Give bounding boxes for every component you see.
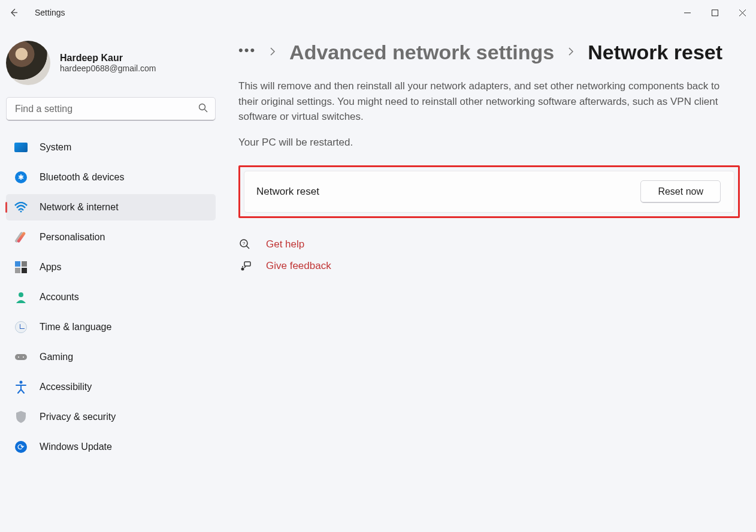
reset-now-button[interactable]: Reset now [640, 180, 721, 203]
sidebar-item-label: Gaming [40, 352, 73, 362]
sidebar-item-personalisation[interactable]: Personalisation [6, 224, 216, 250]
shield-icon [14, 410, 28, 424]
accessibility-icon [14, 380, 28, 394]
svg-point-5 [18, 356, 19, 358]
get-help-link[interactable]: Get help [266, 238, 304, 250]
sidebar-item-gaming[interactable]: Gaming [6, 344, 216, 370]
bluetooth-icon: ✱ [14, 171, 28, 184]
app-title: Settings [35, 8, 65, 17]
sidebar-item-bluetooth[interactable]: ✱ Bluetooth & devices [6, 164, 216, 191]
restart-note: Your PC will be restarted. [238, 137, 740, 149]
apps-icon [14, 261, 28, 274]
svg-rect-11 [244, 262, 250, 266]
highlight-box: Network reset Reset now [238, 165, 740, 218]
sidebar-item-time-language[interactable]: Time & language [6, 314, 216, 340]
svg-point-10 [241, 267, 244, 270]
sidebar-item-label: Windows Update [40, 442, 112, 452]
card-title: Network reset [256, 186, 319, 198]
back-button[interactable] [5, 4, 23, 22]
chevron-right-icon [269, 47, 276, 59]
sidebar-item-label: Personalisation [40, 232, 105, 243]
sidebar-item-windows-update[interactable]: ⟳ Windows Update [6, 434, 216, 460]
sidebar-item-label: Bluetooth & devices [40, 172, 124, 183]
search-icon [198, 103, 208, 115]
sidebar-item-network[interactable]: Network & internet [6, 194, 216, 220]
window-close-button[interactable] [728, 3, 756, 22]
description-text: This will remove and then reinstall all … [238, 78, 739, 125]
breadcrumb: ••• Advanced network settings Network re… [238, 41, 740, 64]
accounts-icon [14, 291, 28, 304]
sidebar-item-label: System [40, 142, 71, 153]
update-icon: ⟳ [14, 440, 28, 454]
nav-list: System ✱ Bluetooth & devices Network & i… [6, 134, 216, 460]
window-minimize-button[interactable] [673, 3, 701, 22]
personalisation-icon [14, 231, 28, 244]
sidebar-item-privacy[interactable]: Privacy & security [6, 404, 216, 430]
sidebar-item-accessibility[interactable]: Accessibility [6, 374, 216, 400]
user-profile[interactable]: Hardeep Kaur hardeep0688@gmail.com [6, 36, 216, 97]
svg-point-6 [23, 356, 24, 358]
svg-text:?: ? [243, 241, 246, 246]
sidebar-item-apps[interactable]: Apps [6, 254, 216, 280]
sidebar: Hardeep Kaur hardeep0688@gmail.com Syste… [0, 25, 222, 532]
page-title: Network reset [588, 41, 722, 64]
give-feedback-row[interactable]: Give feedback [238, 260, 740, 272]
give-feedback-link[interactable]: Give feedback [266, 260, 331, 272]
main-content: ••• Advanced network settings Network re… [222, 25, 756, 532]
svg-rect-0 [712, 10, 718, 16]
system-icon [14, 141, 28, 154]
window-maximize-button[interactable] [701, 3, 728, 22]
svg-point-1 [199, 104, 205, 110]
svg-rect-4 [15, 354, 27, 360]
clock-icon [14, 321, 28, 334]
sidebar-item-label: Accounts [40, 292, 79, 303]
breadcrumb-parent[interactable]: Advanced network settings [289, 41, 554, 64]
svg-point-3 [19, 292, 23, 297]
sidebar-item-system[interactable]: System [6, 134, 216, 161]
user-email: hardeep0688@gmail.com [60, 64, 156, 73]
get-help-row[interactable]: ? Get help [238, 238, 740, 250]
sidebar-item-label: Network & internet [40, 202, 119, 213]
help-icon: ? [238, 238, 252, 250]
sidebar-item-label: Time & language [40, 322, 111, 332]
gaming-icon [14, 350, 28, 364]
sidebar-item-accounts[interactable]: Accounts [6, 284, 216, 310]
search-box[interactable] [6, 97, 216, 121]
sidebar-item-label: Privacy & security [40, 412, 116, 422]
feedback-icon [238, 260, 252, 272]
search-input[interactable] [15, 104, 191, 114]
svg-point-2 [20, 211, 22, 213]
sidebar-item-label: Apps [40, 262, 61, 273]
chevron-right-icon [567, 47, 574, 59]
titlebar: Settings [0, 0, 756, 25]
sidebar-item-label: Accessibility [40, 382, 92, 392]
breadcrumb-more-button[interactable]: ••• [238, 44, 256, 62]
avatar [6, 41, 50, 85]
svg-point-7 [20, 381, 23, 384]
network-reset-card: Network reset Reset now [244, 171, 734, 213]
user-name: Hardeep Kaur [60, 53, 156, 64]
wifi-icon [14, 201, 28, 214]
